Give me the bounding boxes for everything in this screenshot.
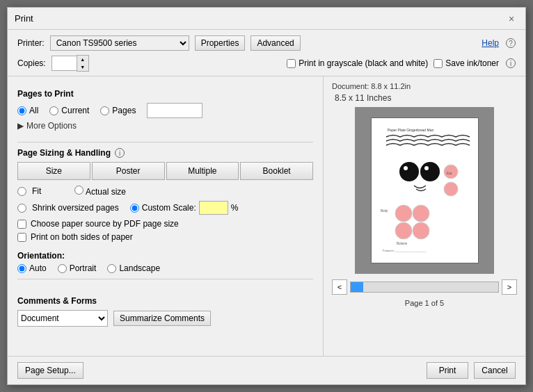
svg-point-9 bbox=[413, 205, 429, 222]
all-label: All bbox=[29, 106, 38, 115]
printer-select[interactable]: Canon TS9500 series bbox=[50, 35, 189, 51]
both-sides-checkbox[interactable] bbox=[17, 233, 26, 242]
pages-row: All Current Pages 1 - 5 bbox=[17, 103, 313, 118]
doc-info: Document: 8.8 x 11.2in bbox=[332, 82, 411, 90]
shrink-custom-row: Shrink oversized pages Custom Scale: 66 … bbox=[17, 201, 313, 215]
summarize-comments-button[interactable]: Summarize Comments bbox=[113, 311, 211, 326]
page-slider-track[interactable] bbox=[350, 281, 499, 293]
page-setup-button[interactable]: Page Setup... bbox=[17, 362, 83, 379]
print-dialog: Print × Printer: Canon TS9500 series Pro… bbox=[7, 7, 526, 385]
svg-text:Paper Plate Gingerbread Man: Paper Plate Gingerbread Man bbox=[388, 128, 434, 132]
comments-select-row: Document Summarize Comments bbox=[17, 310, 313, 327]
sizing-options: Fit Actual size Shrink oversized pages C… bbox=[17, 186, 313, 215]
divider-1 bbox=[17, 142, 313, 142]
copies-field[interactable]: 1 bbox=[51, 56, 77, 71]
more-options-label: More Options bbox=[26, 121, 77, 131]
preview-page: Paper Plate Gingerbread Man bbox=[371, 117, 479, 263]
dialog-footer: Page Setup... Print Cancel bbox=[8, 356, 525, 384]
title-bar: Print × bbox=[8, 8, 525, 30]
tab-multiple[interactable]: Multiple bbox=[166, 162, 239, 180]
orientation-section: Orientation: Auto Portrait Landscape bbox=[17, 248, 313, 273]
scale-input[interactable]: 66 bbox=[199, 201, 228, 215]
tab-size[interactable]: Size bbox=[17, 162, 90, 180]
preview-nav: < > bbox=[332, 279, 517, 295]
svg-point-4 bbox=[424, 166, 429, 170]
pages-radio-label: Pages bbox=[112, 106, 136, 115]
preview-area: Paper Plate Gingerbread Man bbox=[355, 107, 494, 274]
grayscale-checkbox[interactable] bbox=[287, 59, 296, 68]
page-sizing-info-icon[interactable]: i bbox=[115, 148, 125, 158]
portrait-radio[interactable] bbox=[58, 264, 67, 273]
actual-size-radio[interactable] bbox=[74, 186, 83, 195]
svg-point-10 bbox=[395, 222, 412, 239]
close-button[interactable]: × bbox=[504, 12, 518, 26]
svg-point-2 bbox=[420, 162, 440, 181]
printer-label: Printer: bbox=[17, 38, 45, 48]
svg-point-3 bbox=[404, 166, 408, 170]
orientation-label: Orientation: bbox=[17, 251, 65, 261]
custom-scale-label: Custom Scale: bbox=[142, 203, 196, 213]
print-button[interactable]: Print bbox=[427, 362, 468, 379]
paper-source-row: Choose paper source by PDF page size bbox=[17, 219, 313, 229]
svg-point-1 bbox=[399, 162, 419, 181]
page-indicator: Page 1 of 5 bbox=[405, 299, 444, 307]
svg-point-11 bbox=[413, 222, 429, 239]
svg-text:Buttons: Buttons bbox=[397, 242, 408, 245]
paper-source-label: Choose paper source by PDF page size bbox=[31, 219, 179, 229]
next-page-button[interactable]: > bbox=[502, 279, 517, 295]
pages-range-input[interactable]: 1 - 5 bbox=[147, 103, 202, 118]
shrink-label: Shrink oversized pages bbox=[32, 203, 119, 213]
cancel-button[interactable]: Cancel bbox=[474, 362, 516, 379]
save-ink-checkbox[interactable] bbox=[433, 59, 443, 68]
auto-label: Auto bbox=[29, 263, 47, 273]
landscape-radio[interactable] bbox=[107, 264, 116, 273]
current-label: Current bbox=[61, 106, 89, 115]
custom-scale-radio[interactable] bbox=[130, 204, 139, 213]
dialog-title: Print bbox=[15, 13, 33, 24]
all-radio[interactable] bbox=[17, 106, 26, 115]
custom-scale-group: Custom Scale: 66 % bbox=[130, 201, 239, 215]
dialog-body: Pages to Print All Current Pages 1 - 5 ▶ bbox=[8, 76, 525, 356]
landscape-label: Landscape bbox=[119, 263, 160, 273]
copies-up-button[interactable]: ▲ bbox=[77, 56, 88, 63]
grayscale-row: Print in grayscale (black and white) bbox=[287, 58, 428, 68]
shrink-radio[interactable] bbox=[17, 204, 26, 213]
tab-poster[interactable]: Poster bbox=[92, 162, 165, 180]
pages-to-print-label: Pages to Print bbox=[17, 89, 313, 99]
copies-label: Copies: bbox=[17, 58, 46, 68]
pages-radio[interactable] bbox=[100, 106, 109, 115]
landscape-group: Landscape bbox=[107, 263, 160, 273]
svg-point-8 bbox=[395, 205, 412, 222]
fit-label: Fit bbox=[32, 186, 41, 196]
svg-text:Ear: Ear bbox=[447, 171, 452, 175]
copies-input-group: 1 ▲ ▼ bbox=[51, 55, 89, 72]
more-options-arrow: ▶ bbox=[17, 121, 24, 131]
tab-bar: Size Poster Multiple Booklet bbox=[17, 162, 313, 180]
auto-radio[interactable] bbox=[17, 264, 26, 273]
svg-text:Body: Body bbox=[381, 209, 388, 213]
fit-radio[interactable] bbox=[17, 187, 26, 196]
comments-section: Comments & Forms Document Summarize Comm… bbox=[17, 291, 313, 327]
copies-spinner: ▲ ▼ bbox=[77, 55, 89, 72]
advanced-button[interactable]: Advanced bbox=[250, 35, 300, 51]
prev-page-button[interactable]: < bbox=[332, 279, 347, 295]
current-radio[interactable] bbox=[49, 106, 58, 115]
page-sizing-label: Page Sizing & Handling bbox=[17, 148, 111, 158]
paper-source-checkbox[interactable] bbox=[17, 220, 26, 229]
save-ink-row: Save ink/toner bbox=[433, 58, 499, 68]
copies-down-button[interactable]: ▼ bbox=[77, 63, 88, 71]
both-sides-label: Print on both sides of paper bbox=[31, 232, 133, 242]
svg-text:Features: ____________________: Features: ____________________ bbox=[383, 249, 427, 252]
portrait-group: Portrait bbox=[58, 263, 97, 273]
more-options[interactable]: ▶ More Options bbox=[17, 121, 313, 131]
help-info-icon[interactable]: ? bbox=[506, 38, 516, 48]
properties-button[interactable]: Properties bbox=[195, 35, 246, 51]
save-ink-info-icon[interactable]: i bbox=[506, 58, 516, 68]
help-link[interactable]: Help bbox=[482, 38, 499, 48]
comments-select[interactable]: Document bbox=[17, 310, 108, 327]
current-radio-group: Current bbox=[49, 106, 89, 115]
all-radio-group: All bbox=[17, 106, 38, 115]
both-sides-row: Print on both sides of paper bbox=[17, 232, 313, 242]
actual-size-label: Actual size bbox=[86, 187, 126, 197]
tab-booklet[interactable]: Booklet bbox=[240, 162, 313, 180]
